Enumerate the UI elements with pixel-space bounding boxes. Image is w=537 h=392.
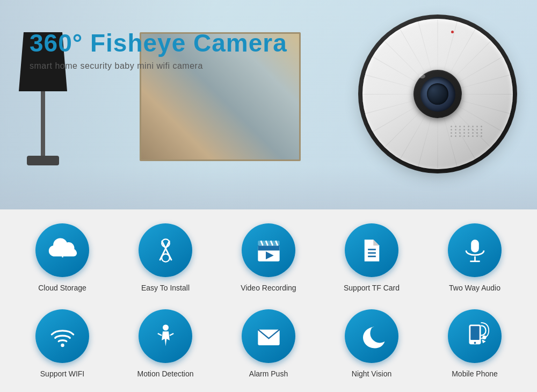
- bottom-features-section: Cloud Storage Easy To Install Video Reco…: [0, 209, 537, 392]
- camera-lens-inner: [427, 83, 448, 105]
- feature-label-two-way-audio: Two Way Audio: [449, 284, 500, 292]
- svg-point-20: [163, 324, 169, 330]
- feature-label-support-wifi: Support WIFI: [40, 369, 84, 378]
- feature-circle-motion-detection: [139, 309, 192, 363]
- feature-item-night-vision: Night Vision: [329, 309, 415, 378]
- feature-circle-easy-install: [139, 223, 192, 277]
- feature-item-support-wifi: Support WIFI: [19, 309, 105, 378]
- feature-label-cloud-storage: Cloud Storage: [38, 284, 86, 292]
- header-text-block: 360° Fisheye Camera smart home security …: [30, 30, 287, 71]
- top-section: 360° Fisheye Camera smart home security …: [0, 0, 537, 209]
- feature-item-two-way-audio: Two Way Audio: [432, 223, 518, 292]
- svg-line-21: [157, 333, 161, 336]
- svg-rect-16: [471, 239, 479, 252]
- feature-circle-support-wifi: [35, 309, 89, 363]
- svg-point-19: [61, 343, 64, 346]
- camera-image: [354, 11, 521, 177]
- feature-label-night-vision: Night Vision: [352, 369, 391, 378]
- camera-dot-grid: [451, 126, 483, 137]
- feature-item-alarm-push: Alarm Push: [226, 309, 311, 378]
- main-title: 360° Fisheye Camera: [30, 30, 287, 57]
- svg-point-27: [482, 335, 486, 339]
- feature-circle-tf-card: [345, 223, 398, 277]
- feature-label-easy-install: Easy To Install: [141, 284, 190, 292]
- feature-label-video-recording: Video Recording: [241, 284, 296, 292]
- lens-reflection: [419, 74, 425, 78]
- feature-label-alarm-push: Alarm Push: [249, 369, 288, 378]
- feature-circle-cloud-storage: [35, 223, 89, 277]
- feature-item-motion-detection: Motion Detection: [122, 309, 208, 378]
- feature-item-tf-card: Support TF Card: [329, 223, 415, 292]
- feature-item-video-recording: Video Recording: [226, 223, 311, 292]
- svg-line-22: [169, 333, 173, 336]
- feature-item-easy-install: Easy To Install: [122, 223, 208, 292]
- camera-body: [362, 19, 513, 169]
- svg-point-26: [474, 342, 476, 344]
- feature-circle-video-recording: [242, 223, 295, 277]
- sub-title: smart home security baby mini wifi camer…: [30, 61, 287, 71]
- feature-item-mobile-phone: Mobile Phone: [432, 309, 518, 378]
- svg-rect-6: [258, 245, 279, 250]
- indicator-dot: [451, 31, 454, 33]
- camera-lens-mid: [420, 77, 455, 112]
- feature-label-motion-detection: Motion Detection: [137, 369, 193, 378]
- features-row-2: Support WIFI Motion Detection Alarm Push…: [11, 301, 526, 387]
- svg-rect-11: [258, 241, 279, 245]
- feature-label-tf-card: Support TF Card: [344, 284, 400, 292]
- feature-item-cloud-storage: Cloud Storage: [19, 223, 105, 292]
- feature-circle-night-vision: [345, 309, 398, 363]
- svg-rect-25: [470, 326, 480, 340]
- features-row-1: Cloud Storage Easy To Install Video Reco…: [11, 215, 526, 301]
- feature-label-mobile-phone: Mobile Phone: [452, 369, 498, 378]
- feature-circle-mobile-phone: [448, 309, 502, 363]
- svg-point-4: [162, 253, 170, 262]
- camera-lens-outer: [413, 70, 462, 118]
- feature-circle-two-way-audio: [448, 223, 502, 277]
- feature-circle-alarm-push: [242, 309, 295, 363]
